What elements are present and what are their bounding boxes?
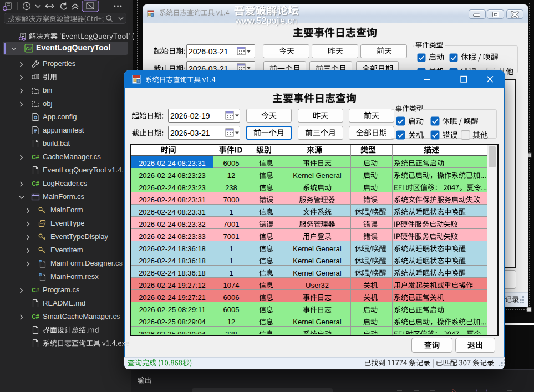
- svg-text:C#: C#: [26, 46, 32, 52]
- svg-text:C#: C#: [32, 287, 39, 293]
- svg-text:C#: C#: [32, 180, 39, 187]
- svg-text:C#: C#: [32, 313, 39, 320]
- svg-text:C#: C#: [32, 154, 39, 160]
